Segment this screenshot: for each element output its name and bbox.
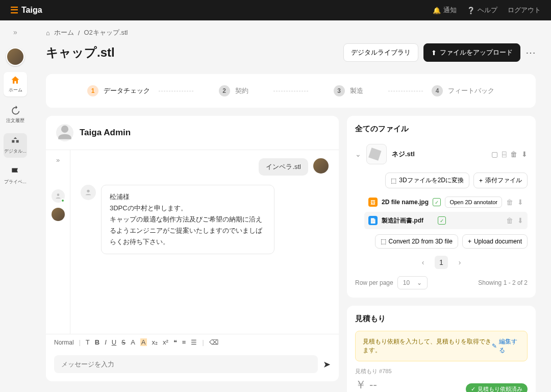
message-attachment-row: インペラ.stl: [81, 158, 329, 176]
plus-icon: +: [479, 177, 483, 184]
logo[interactable]: ☰ Taiga: [10, 5, 42, 16]
user-avatar[interactable]: [6, 47, 24, 66]
file-name: ネジ.stl: [392, 150, 486, 159]
upload-icon: ⬆: [431, 49, 437, 57]
admin-avatar: [56, 124, 73, 141]
step-manufacture[interactable]: 3製造: [291, 85, 406, 96]
db-icon[interactable]: ⌸: [502, 150, 506, 158]
attach-file-button[interactable]: +添付ファイル: [473, 173, 528, 188]
check-icon: ✓: [471, 386, 475, 393]
strike-icon[interactable]: S̶: [121, 338, 126, 346]
brand-name: Taiga: [21, 6, 42, 15]
ol-icon[interactable]: ≡: [182, 338, 186, 346]
download-icon[interactable]: ⬇: [517, 216, 523, 225]
delete-icon[interactable]: 🗑: [510, 150, 517, 158]
subfile-row-2: 📄 製造計画書.pdf ✓ 🗑⬇: [364, 212, 528, 229]
sidenav-orders[interactable]: 注文履歴: [4, 103, 27, 127]
page-title: キャップ.stl: [46, 44, 115, 61]
edit-icon: ✎: [492, 342, 497, 350]
chat-participants: »: [46, 150, 70, 334]
page-1[interactable]: 1: [435, 256, 448, 269]
format-select[interactable]: Normal: [54, 339, 74, 346]
chat-messages: インペラ.stl 松浦様 3DPCの中村と申します。 キャップの最適な制作方法及…: [70, 150, 339, 334]
rows-label: Row per page: [355, 279, 393, 286]
file-expand[interactable]: ⌄: [355, 150, 361, 158]
download-icon[interactable]: ⬇: [517, 198, 523, 206]
sub-icon[interactable]: x₂: [152, 338, 158, 346]
admin-msg-avatar: [81, 185, 96, 200]
upload-file-button[interactable]: ⬆ ファイルをアップロード: [423, 43, 520, 62]
pagination: ‹ 1 ›: [355, 256, 528, 269]
library-icon: [10, 136, 20, 146]
page-prev[interactable]: ‹: [416, 256, 430, 269]
message-input[interactable]: [54, 355, 318, 373]
rows-select[interactable]: 10⌄: [397, 276, 428, 289]
sidenav-privacy[interactable]: プライベ...: [4, 164, 27, 188]
bold-icon[interactable]: B: [95, 338, 99, 346]
download-icon[interactable]: ⬇: [521, 150, 528, 158]
participant-admin[interactable]: [52, 189, 65, 203]
digital-library-button[interactable]: デジタルライブラリ: [343, 43, 418, 62]
file-thumb[interactable]: [366, 144, 387, 164]
logo-icon: ☰: [10, 5, 18, 16]
bell-icon: 🔔: [433, 7, 441, 14]
nav-notifications[interactable]: 🔔 通知: [433, 6, 457, 15]
chat-admin-name: Taiga Admin: [80, 128, 131, 138]
plus-icon: +: [468, 238, 471, 245]
bgcolor-icon[interactable]: A: [140, 338, 147, 346]
delete-icon[interactable]: 🗑: [506, 216, 513, 225]
files-panel-title: 全てのファイル: [355, 124, 528, 134]
view-icon[interactable]: ▢: [491, 150, 498, 158]
svg-point-0: [57, 193, 59, 196]
showing-text: Showing 1 - 2 of 2: [478, 279, 528, 286]
online-indicator: [61, 199, 65, 203]
participant-user[interactable]: [52, 208, 65, 221]
editor-toolbar: Normal | T B I U S̶ A A x₂ x² ❝ ≡ ☰: [46, 334, 339, 350]
sup-icon[interactable]: x²: [163, 338, 168, 346]
sidebar: » ホーム 注文履歴 デジタル... プライベ...: [0, 20, 31, 392]
sidenav-home[interactable]: ホーム: [4, 72, 27, 96]
underline-icon[interactable]: U: [112, 338, 116, 346]
nav-logout[interactable]: ログアウト: [508, 6, 541, 15]
quote-requested-pill: ✓見積もり依頼済み: [466, 383, 528, 393]
svg-point-1: [87, 190, 89, 192]
quote-panel-title: 見積もり: [355, 314, 528, 324]
pdf-file-icon: 📄: [368, 216, 378, 225]
quote-icon[interactable]: ❝: [173, 338, 177, 346]
clear-icon[interactable]: ⌫: [209, 338, 218, 346]
message-attachment[interactable]: インペラ.stl: [259, 158, 308, 176]
user-msg-avatar: [313, 158, 329, 174]
message-bubble: 松浦様 3DPCの中村と申します。 キャップの最適な制作方法及びご希望の納期に沿…: [101, 185, 274, 254]
ul-icon[interactable]: ☰: [191, 338, 197, 346]
heading-icon[interactable]: T: [86, 338, 90, 346]
convert-2d-en-button[interactable]: ⬚Convert 2D from 3D file: [375, 234, 458, 249]
home-icon: [10, 75, 20, 85]
quote-banner: 見積もり依頼を入力して、見積もりを取得できます。 ✎編集する: [355, 331, 528, 361]
page-next[interactable]: ›: [453, 256, 466, 269]
subfile-name: 2D file name.jpg: [382, 199, 429, 206]
more-menu[interactable]: ⋯: [525, 46, 536, 59]
italic-icon[interactable]: I: [105, 338, 107, 346]
history-icon: [10, 106, 20, 116]
color-icon[interactable]: A: [131, 338, 135, 346]
quote-id: 見積もり #785: [355, 368, 392, 375]
step-datacheck[interactable]: 1データチェック: [61, 85, 176, 96]
upload-doc-button[interactable]: +Upload document: [462, 234, 528, 249]
sidenav-digital[interactable]: デジタル...: [4, 133, 27, 158]
check-badge: ✓: [433, 198, 441, 206]
flag-icon: [10, 167, 20, 177]
step-contract[interactable]: 2契約: [176, 85, 291, 96]
edit-quote-link[interactable]: ✎編集する: [492, 337, 520, 355]
nav-help[interactable]: ❔ ヘルプ: [467, 6, 497, 15]
breadcrumb: ⌂ ホーム / O2キャップ.stl: [46, 28, 536, 37]
topbar: ☰ Taiga 🔔 通知 ❔ ヘルプ ログアウト: [0, 0, 551, 20]
open-annotator-button[interactable]: Open 2D annotator: [445, 197, 502, 208]
chat-side-toggle[interactable]: »: [56, 156, 60, 164]
send-button[interactable]: ➤: [323, 359, 331, 370]
sidebar-toggle[interactable]: »: [13, 28, 17, 36]
delete-icon[interactable]: 🗑: [506, 198, 513, 206]
file-main-row: ⌄ ネジ.stl ▢ ⌸ 🗑 ⬇: [355, 141, 528, 167]
step-feedback[interactable]: 4フィートバック: [406, 85, 520, 96]
convert-2d-button[interactable]: ⬚3Dファイルを2Dに変換: [385, 173, 469, 188]
breadcrumb-home[interactable]: ホーム: [54, 28, 74, 37]
